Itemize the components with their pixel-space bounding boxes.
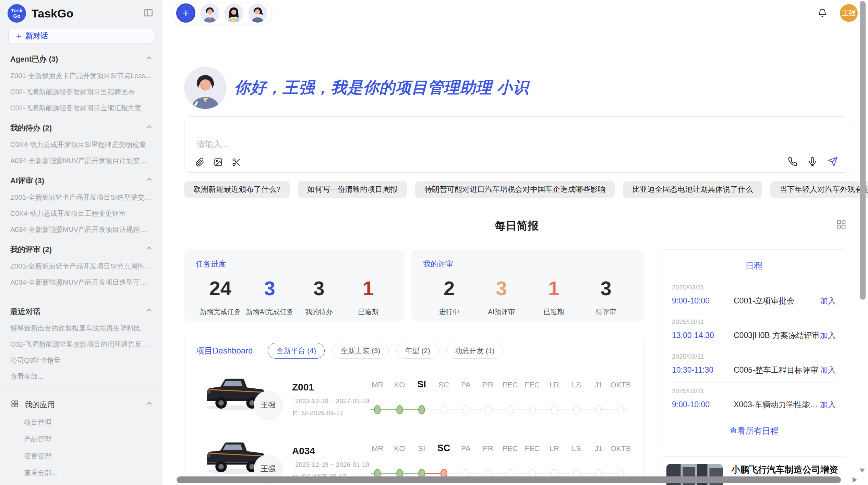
sidebar-task-item[interactable]: Z001-全新燃油皮卡产品开发项目SI节点Lesson Learn报告 xyxy=(0,71,162,80)
apps-view-all[interactable]: 查看全部... xyxy=(0,468,162,477)
sidebar-task-item[interactable]: C0X4-动力总成开发项目工程变更评审 xyxy=(0,209,162,218)
recent-chat-item[interactable]: 解释最新出台的欧盟报废车法规再生塑料比例被调至15%... xyxy=(0,324,162,333)
stat: 3我的待办 xyxy=(294,277,344,316)
news-snippet: 天眼查 App 显示，近日广州汇天飞行汽... xyxy=(731,483,841,485)
sidebar-task-item[interactable]: Z001-全新燃油轻卡产品开发项目SI节点属性5D文件评审 xyxy=(0,262,162,271)
schedule-join-link[interactable]: 加入 xyxy=(820,399,836,410)
suggestion-chip[interactable]: 如何写一份清晰的项目周报 xyxy=(298,181,407,198)
attachment-icon[interactable] xyxy=(195,158,205,167)
sidebar-task-item[interactable]: C02-飞腾新能源轻客改款项目里程碑画布 xyxy=(0,87,162,97)
dashboard-tab[interactable]: 全新平台 (4) xyxy=(268,343,325,359)
schedule-time: 13:00-14:30 xyxy=(672,331,723,340)
sidebar-section-header[interactable]: 我的待办 (2) xyxy=(0,123,162,133)
stat-card: 任务进度24新增完成任务3新增AI完成任务3我的待办1已逾期 xyxy=(184,249,405,322)
suggestion-chip[interactable]: 特朗普可能对进口汽车增税会对中国车企造成哪些影响 xyxy=(415,181,615,198)
sidebar-section-header[interactable]: AI评审 (3) xyxy=(0,176,162,186)
app-sub-item[interactable]: 产品管理 xyxy=(0,435,162,444)
add-member-button[interactable]: + xyxy=(176,3,195,23)
schedule-list: 2025/03/119:00-10:00C001-立项审批会加入2025/03/… xyxy=(672,279,836,417)
milestone-node[interactable] xyxy=(396,405,403,414)
microphone-icon[interactable] xyxy=(808,157,817,166)
sidebar-item-my-apps[interactable]: 我的应用 xyxy=(0,399,162,410)
sidebar-task-item[interactable]: A034-全新新能源MUV产品开发项目计划变更表编写 xyxy=(0,156,162,165)
recent-chat-item[interactable]: C02-飞腾新能源轻客改款项目的闭环通告反馈情况 xyxy=(0,340,162,349)
suggestion-chip[interactable]: 欧洲新规最近颁布了什么? xyxy=(184,181,290,198)
schedule-join-link[interactable]: 加入 xyxy=(820,296,836,306)
team-avatar-1[interactable] xyxy=(200,3,219,23)
milestone-label: SC xyxy=(438,381,449,389)
sidebar-task-item[interactable]: A034-全新新能源MUV产品开发项目造型可行性评审 xyxy=(0,278,162,287)
app-sub-item[interactable]: 变更管理 xyxy=(0,451,162,461)
milestone-label: OKTB xyxy=(611,444,631,453)
project-name: A034 xyxy=(292,446,369,457)
vertical-scrollbar[interactable] xyxy=(860,1,866,300)
chevron-up-icon xyxy=(145,123,153,133)
dashboard-tab[interactable]: 年型 (2) xyxy=(396,343,439,359)
image-upload-icon[interactable] xyxy=(214,158,223,167)
dashboard-tab[interactable]: 动总开发 (1) xyxy=(446,343,503,359)
milestone-node[interactable] xyxy=(595,405,602,414)
stat-label: AI预评审 xyxy=(475,307,528,316)
milestone-node[interactable] xyxy=(418,405,425,414)
schedule-view-all[interactable]: 查看所有日程 xyxy=(672,425,836,436)
milestone-node[interactable] xyxy=(485,405,492,414)
milestone-node[interactable] xyxy=(529,405,536,414)
sidebar-scroll-area[interactable]: Agent已办 (3)Z001-全新燃油皮卡产品开发项目SI节点Lesson L… xyxy=(0,44,162,485)
sidebar-task-item[interactable]: Z001-全新燃油轻卡产品开发项目SI造型提交物评审 xyxy=(0,193,162,202)
sidebar-section-header[interactable]: Agent已办 (3) xyxy=(0,54,162,64)
scroll-down-arrow[interactable] xyxy=(859,469,865,473)
suggestion-chip[interactable]: 当下年轻人对汽车外观有怎样的喜好趋势 xyxy=(770,181,868,198)
sidebar-task-item[interactable]: A034-全新新能源MUV产品开发项目法规符合性评审 xyxy=(0,225,162,234)
sidebar: Task Go TaskGo + 新对话 Agent已办 (3)Z001-全新燃… xyxy=(0,0,162,485)
project-row[interactable]: 王强Z0012023-12-19 ~ 2027-01-19SI-2025-05-… xyxy=(196,371,632,422)
milestone-node[interactable] xyxy=(462,405,469,414)
milestone-label: FEC xyxy=(525,381,540,389)
horizontal-scrollbar[interactable] xyxy=(177,476,841,483)
logo-line2: Go xyxy=(13,13,21,19)
sidebar-task-item[interactable]: C0X4-动力总成开发项目SI里程碑提交物检查 xyxy=(0,140,162,149)
recent-chat-item[interactable]: 公司Q3轻卡销量 xyxy=(0,356,162,365)
schedule-time: 10:30-11:30 xyxy=(672,365,723,375)
suggestion-chip[interactable]: 比亚迪全固态电池计划具体说了什么 xyxy=(623,181,762,198)
milestone-label: FEC xyxy=(525,444,540,453)
composer-right-icons xyxy=(788,157,838,167)
milestone-node[interactable] xyxy=(374,405,381,414)
screenshot-scissors-icon[interactable] xyxy=(232,158,241,167)
send-icon[interactable] xyxy=(828,157,838,167)
schedule-join-link[interactable]: 加入 xyxy=(820,365,836,375)
dashboard-header: 项目Dashboard 全新平台 (4)全新上装 (3)年型 (2)动总开发 (… xyxy=(196,343,632,359)
apps-grid-icon xyxy=(10,399,19,410)
plus-icon: + xyxy=(16,31,21,41)
milestone-node[interactable] xyxy=(441,405,447,414)
collapse-sidebar-icon[interactable] xyxy=(143,8,154,19)
team-avatar-2[interactable] xyxy=(224,3,243,23)
sidebar-section-title: 我的评审 (2) xyxy=(10,245,52,255)
project-list: 王强Z0012023-12-19 ~ 2027-01-19SI-2025-05-… xyxy=(196,371,632,485)
team-avatar-3[interactable] xyxy=(248,3,267,23)
scroll-right-arrow[interactable] xyxy=(853,477,857,483)
stat-card: 我的评审2进行中3AI预评审1已逾期3待评审 xyxy=(411,249,644,322)
dashboard-tabs: 全新平台 (4)全新上装 (3)年型 (2)动总开发 (1) xyxy=(268,343,503,359)
dashboard-tab[interactable]: 全新上装 (3) xyxy=(332,343,389,359)
user-avatar[interactable]: 王强 xyxy=(840,4,858,22)
recent-chats-header[interactable]: 最近对话 xyxy=(0,307,162,317)
sidebar-section-header[interactable]: 我的评审 (2) xyxy=(0,245,162,255)
milestone-node[interactable] xyxy=(573,405,580,414)
chevron-up-icon xyxy=(145,54,153,64)
stat-value: 2 xyxy=(423,277,475,300)
milestone-node[interactable] xyxy=(551,405,558,414)
bell-icon[interactable] xyxy=(817,8,828,18)
milestone-node[interactable] xyxy=(507,405,514,414)
schedule-join-link[interactable]: 加入 xyxy=(820,330,836,341)
layout-grid-icon[interactable] xyxy=(835,219,847,232)
new-chat-button[interactable]: + 新对话 xyxy=(8,28,154,44)
app-sub-item[interactable]: 项目管理 xyxy=(0,418,162,427)
message-input[interactable] xyxy=(197,139,608,154)
milestone-label: J1 xyxy=(594,444,602,453)
sidebar-task-item[interactable]: C02-飞腾新能源轻客改款项目立项汇报方案 xyxy=(0,103,162,113)
recent-view-all[interactable]: 查看全部... xyxy=(0,372,162,381)
milestone-node[interactable] xyxy=(617,405,624,414)
voice-call-icon[interactable] xyxy=(788,157,797,166)
stat-card-title: 我的评审 xyxy=(423,259,632,269)
schedule-card: 日程 2025/03/119:00-10:00C001-立项审批会加入2025/… xyxy=(659,249,849,445)
